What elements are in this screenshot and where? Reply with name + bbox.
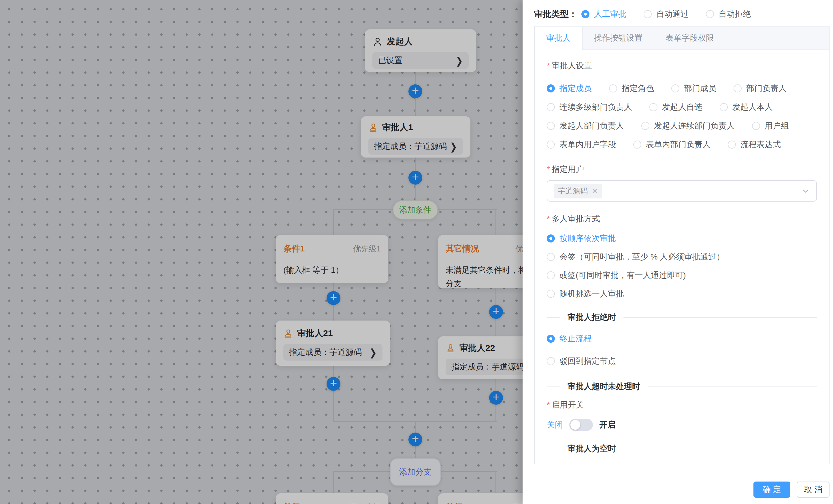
radio-initiator-self[interactable]: 发起人本人 [720, 98, 773, 116]
radio-form-dept-leader[interactable]: 表单内部门负责人 [633, 135, 711, 154]
chevron-down-icon [801, 186, 810, 195]
timeout-enable-switch[interactable] [569, 419, 593, 431]
approve-type-label: 审批类型： [534, 8, 577, 20]
timeout-section-title: 审批人超时未处理时 [560, 381, 648, 392]
radio-user-group[interactable]: 用户组 [752, 116, 789, 135]
radio-circle-icon [633, 141, 641, 149]
radio-initiator-dept-leader[interactable]: 发起人部门负责人 [547, 116, 624, 135]
enable-switch-label: *启用开关 [547, 399, 817, 411]
reject-options: 终止流程 驳回到指定节点 [547, 329, 817, 370]
switch-off-label: 关闭 [547, 419, 563, 430]
config-tabs-card: 审批人 操作按钮设置 表单字段权限 *审批人设置 指定成员 指定角色 部门成员 … [534, 26, 830, 464]
reject-section-title: 审批人拒绝时 [560, 311, 623, 323]
radio-circle-icon [734, 84, 742, 93]
radio-circle-icon [720, 103, 728, 111]
radio-circle-icon [728, 141, 736, 149]
radio-circle-icon [641, 122, 649, 130]
multi-approve-options: 按顺序依次审批 会签（可同时审批，至少 % 人必须审批通过） 或签(可同时审批，… [547, 229, 817, 303]
assign-user-select[interactable]: 芋道源码 ✕ [547, 180, 817, 202]
switch-knob [570, 420, 580, 430]
radio-circle-icon [752, 122, 760, 130]
radio-circle-icon [547, 103, 555, 111]
radio-circle-icon [547, 253, 555, 261]
radio-process-expression[interactable]: 流程表达式 [728, 135, 781, 154]
tabs-header: 审批人 操作按钮设置 表单字段权限 [535, 26, 829, 50]
radio-orsign[interactable]: 或签(可同时审批，有一人通过即可) [547, 266, 817, 284]
radio-countersign[interactable]: 会签（可同时审批，至少 % 人必须审批通过） [547, 248, 817, 266]
radio-return-to-node[interactable]: 驳回到指定节点 [547, 352, 817, 370]
radio-initiator-multi-dept-leader[interactable]: 发起人连续部门负责人 [641, 116, 735, 135]
radio-multi-level-dept-leader[interactable]: 连续多级部门负责人 [547, 98, 632, 116]
approver-config-drawer: 审批类型： 人工审批 自动通过 自动拒绝 审批人 操作按钮设置 [523, 0, 833, 504]
switch-on-label: 开启 [599, 419, 615, 430]
workflow-designer: 发起人 已设置 ❯ + 审批人1 指定成员：芋道源码 ❯ + 添加条件 [0, 0, 833, 504]
radio-dept-member[interactable]: 部门成员 [671, 79, 716, 98]
radio-circle-icon [547, 122, 555, 130]
radio-circle-icon [547, 271, 555, 279]
radio-initiator-choose[interactable]: 发起人自选 [649, 98, 703, 116]
approver-setting-options: 指定成员 指定角色 部门成员 部门负责人 连续多级部门负责人 发起人自选 发起人… [547, 79, 817, 154]
radio-manual-approve[interactable]: 人工审批 [581, 5, 626, 24]
radio-circle-icon [644, 10, 652, 18]
radio-circle-icon [649, 103, 658, 111]
tag-close-icon[interactable]: ✕ [592, 187, 598, 195]
radio-circle-icon [547, 234, 555, 243]
tab-button-settings[interactable]: 操作按钮设置 [582, 26, 654, 50]
radio-form-user-field[interactable]: 表单内用户字段 [547, 135, 616, 154]
tab-form-field-permission[interactable]: 表单字段权限 [654, 26, 725, 50]
radio-circle-icon [547, 357, 555, 365]
reject-section-divider: 审批人拒绝时 [547, 318, 817, 318]
radio-circle-icon [581, 10, 590, 18]
radio-dept-leader[interactable]: 部门负责人 [734, 79, 787, 98]
tab-approver[interactable]: 审批人 [535, 26, 582, 50]
confirm-button[interactable]: 确 定 [754, 481, 790, 498]
user-tag: 芋道源码 ✕ [554, 184, 602, 198]
approve-type-row: 审批类型： 人工审批 自动通过 自动拒绝 [534, 5, 830, 24]
multi-approve-label: *多人审批方式 [547, 213, 817, 225]
radio-auto-reject[interactable]: 自动拒绝 [706, 5, 751, 24]
radio-circle-icon [609, 84, 617, 93]
tab-panel-approver: *审批人设置 指定成员 指定角色 部门成员 部门负责人 连续多级部门负责人 发起… [535, 50, 829, 464]
empty-section-divider: 审批人为空时 [547, 449, 817, 449]
radio-auto-pass[interactable]: 自动通过 [644, 5, 689, 24]
radio-circle-icon [547, 84, 555, 93]
assign-user-label: *指定用户 [547, 163, 817, 175]
drawer-footer: 确 定 取 消 [523, 464, 833, 504]
radio-circle-icon [547, 141, 555, 149]
radio-circle-icon [547, 335, 555, 343]
radio-random-one[interactable]: 随机挑选一人审批 [547, 284, 817, 303]
radio-designated-role[interactable]: 指定角色 [609, 79, 654, 98]
approver-setting-label: *审批人设置 [547, 60, 817, 71]
radio-sequential-approve[interactable]: 按顺序依次审批 [547, 229, 817, 248]
timeout-section-divider: 审批人超时未处理时 [547, 386, 817, 387]
empty-section-title: 审批人为空时 [560, 443, 623, 454]
radio-circle-icon [547, 290, 555, 298]
radio-circle-icon [706, 10, 714, 18]
timeout-switch-row: 关闭 开启 [547, 419, 817, 431]
radio-terminate-process[interactable]: 终止流程 [547, 329, 817, 348]
cancel-button[interactable]: 取 消 [797, 481, 830, 498]
radio-circle-icon [671, 84, 680, 93]
scroll-clip [535, 453, 828, 464]
radio-designated-member[interactable]: 指定成员 [547, 79, 592, 98]
